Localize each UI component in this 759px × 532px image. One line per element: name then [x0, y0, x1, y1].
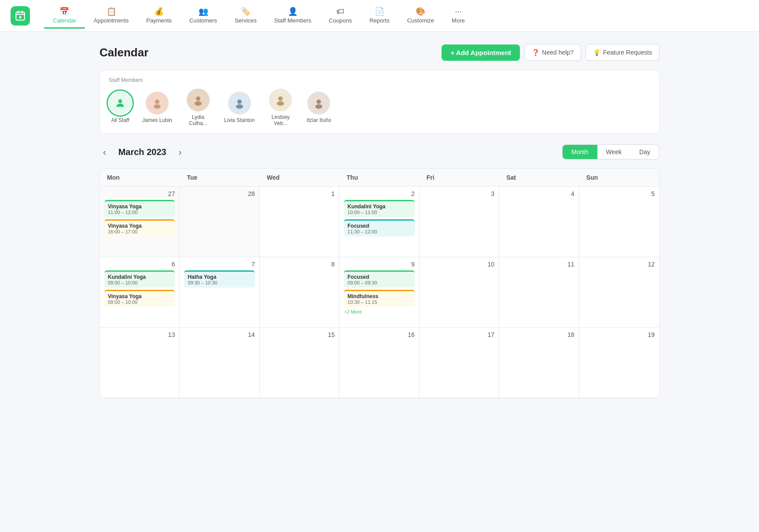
nav-label-reports: Reports [369, 17, 390, 24]
svg-point-14 [317, 100, 321, 104]
cal-event-focused-2[interactable]: Focused 09:00 – 09:30 [344, 270, 414, 288]
cal-event-mindfulness[interactable]: Mindfulness 10:30 – 11:15 [344, 290, 414, 307]
calendar-icon: 📅 [59, 7, 69, 16]
cal-event-vinyasa-2[interactable]: Vinyasa Yoga 16:00 – 17:00 [104, 219, 175, 236]
cal-cell-8[interactable]: 8 [260, 257, 339, 328]
itziar-avatar-placeholder [313, 97, 324, 109]
cal-date-18: 18 [504, 331, 574, 338]
cal-cell-14[interactable]: 14 [180, 328, 259, 398]
cal-cell-10[interactable]: 10 [420, 257, 499, 328]
cal-date-12: 12 [584, 261, 655, 268]
cal-event-kundalini-2[interactable]: Kundalini Yoga 09:00 – 10:00 [104, 270, 175, 288]
cal-cell-11[interactable]: 11 [499, 257, 579, 328]
event-title: Focused [347, 223, 411, 229]
view-month-button[interactable]: Month [563, 145, 597, 159]
cal-date-11: 11 [504, 261, 574, 268]
nav-item-customers[interactable]: 👥 Customers [181, 3, 226, 29]
nav-item-services[interactable]: 🏷️ Services [226, 3, 265, 29]
cal-date-10: 10 [424, 261, 494, 268]
nav-item-staff-members[interactable]: 👤 Staff Members [265, 3, 320, 29]
staff-list: All Staff James Lubin [109, 89, 650, 126]
month-title: March 2023 [118, 147, 166, 157]
next-month-button[interactable]: › [175, 145, 185, 159]
customers-icon: 👥 [199, 7, 208, 16]
staff-item-all[interactable]: All Staff [109, 92, 132, 123]
staff-name-all: All Staff [111, 117, 129, 123]
cal-cell-12[interactable]: 12 [579, 257, 659, 328]
staff-item-james[interactable]: James Lubin [142, 92, 172, 123]
nav-item-reports[interactable]: 📄 Reports [361, 3, 398, 29]
app-logo[interactable] [11, 6, 30, 26]
staff-avatar-lindsey [269, 89, 292, 111]
cal-cell-15[interactable]: 15 [260, 328, 339, 398]
calendar-grid-header: Mon Tue Wed Thu Fri Sat Sun [100, 169, 659, 187]
nav-item-more[interactable]: ··· More [443, 4, 474, 29]
view-day-button[interactable]: Day [630, 145, 659, 159]
nav-item-payments[interactable]: 💰 Payments [137, 3, 181, 29]
cal-event-focused-1[interactable]: Focused 11:30 – 12:00 [344, 219, 414, 236]
cal-cell-17[interactable]: 17 [420, 328, 499, 398]
cal-event-vinyasa-1[interactable]: Vinyasa Yoga 11:00 – 12:00 [104, 200, 175, 217]
cal-date-4: 4 [504, 190, 574, 197]
svg-point-10 [237, 100, 242, 104]
james-avatar-placeholder [151, 97, 163, 109]
more-events-link[interactable]: +2 More [344, 309, 414, 314]
staff-item-lydia[interactable]: Lydia Culha... [183, 89, 214, 126]
cal-cell-3[interactable]: 3 [420, 187, 499, 257]
nav-label-appointments: Appointments [94, 17, 129, 24]
staff-item-itziar[interactable]: Itziar Ituño [306, 92, 331, 123]
cal-cell-19[interactable]: 19 [579, 328, 659, 398]
staff-avatar-livia [228, 92, 251, 115]
event-title: Vinyasa Yoga [108, 203, 171, 210]
cal-cell-28[interactable]: 28 [180, 187, 259, 257]
staff-avatar-itziar [307, 92, 330, 115]
cal-cell-18[interactable]: 18 [499, 328, 579, 398]
event-time: 09:00 – 10:00 [108, 299, 171, 305]
svg-point-15 [315, 104, 322, 109]
cal-date-15: 15 [264, 331, 335, 338]
prev-month-button[interactable]: ‹ [99, 145, 110, 159]
calendar-navigation: ‹ March 2023 › Month Week Day [99, 144, 660, 159]
cal-date-27: 27 [104, 190, 175, 197]
cal-cell-4[interactable]: 4 [499, 187, 579, 257]
staff-item-livia[interactable]: Livia Stanton [224, 92, 254, 123]
staff-item-lindsey[interactable]: Lindsey Vetr... [265, 89, 296, 126]
cal-cell-1[interactable]: 1 [260, 187, 339, 257]
cal-cell-5[interactable]: 5 [579, 187, 659, 257]
top-navigation: 📅 Calendar 📋 Appointments 💰 Payments 👥 C… [0, 0, 759, 32]
nav-item-calendar[interactable]: 📅 Calendar [44, 3, 85, 29]
nav-label-coupons: Coupons [329, 17, 352, 24]
need-help-button[interactable]: ❓ Need help? [524, 44, 581, 61]
month-navigation: ‹ March 2023 › [99, 145, 185, 159]
nav-item-appointments[interactable]: 📋 Appointments [85, 3, 138, 29]
calendar-header: Calendar + Add Appointment ❓ Need help? … [99, 44, 660, 61]
nav-item-coupons[interactable]: 🏷 Coupons [320, 4, 361, 29]
event-time: 10:00 – 11:00 [347, 210, 411, 215]
cal-event-kundalini-1[interactable]: Kundalini Yoga 10:00 – 11:00 [344, 200, 414, 217]
view-week-button[interactable]: Week [597, 145, 631, 159]
cal-cell-2[interactable]: 2 Kundalini Yoga 10:00 – 11:00 Focused 1… [339, 187, 419, 257]
livia-avatar-placeholder [234, 97, 245, 109]
staff-name-lydia: Lydia Culha... [183, 114, 214, 126]
cal-cell-7[interactable]: 7 Hatha Yoga 09:30 – 10:30 [180, 257, 259, 328]
cal-date-7: 7 [184, 261, 254, 268]
nav-items: 📅 Calendar 📋 Appointments 💰 Payments 👥 C… [44, 3, 748, 28]
help-icon: ❓ [532, 49, 539, 56]
staff-name-livia: Livia Stanton [224, 117, 254, 123]
cal-cell-16[interactable]: 16 [339, 328, 419, 398]
cal-event-hatha[interactable]: Hatha Yoga 09:30 – 10:30 [184, 270, 254, 288]
feature-requests-button[interactable]: 💡 Feature Requests [586, 44, 660, 61]
cal-event-vinyasa-3[interactable]: Vinyasa Yoga 09:00 – 10:00 [104, 290, 175, 307]
cal-cell-6[interactable]: 6 Kundalini Yoga 09:00 – 10:00 Vinyasa Y… [100, 257, 180, 328]
nav-item-customize[interactable]: 🎨 Customize [398, 3, 443, 29]
calendar-body: 27 Vinyasa Yoga 11:00 – 12:00 Vinyasa Yo… [100, 187, 659, 398]
cal-cell-13[interactable]: 13 [100, 328, 180, 398]
cal-cell-9[interactable]: 9 Focused 09:00 – 09:30 Mindfulness 10:3… [339, 257, 419, 328]
day-header-thu: Thu [339, 169, 419, 186]
payments-icon: 💰 [154, 7, 164, 16]
day-header-sat: Sat [499, 169, 579, 186]
event-title: Vinyasa Yoga [108, 223, 171, 229]
add-appointment-button[interactable]: + Add Appointment [442, 44, 520, 61]
cal-date-19: 19 [584, 331, 655, 338]
cal-cell-27[interactable]: 27 Vinyasa Yoga 11:00 – 12:00 Vinyasa Yo… [100, 187, 180, 257]
